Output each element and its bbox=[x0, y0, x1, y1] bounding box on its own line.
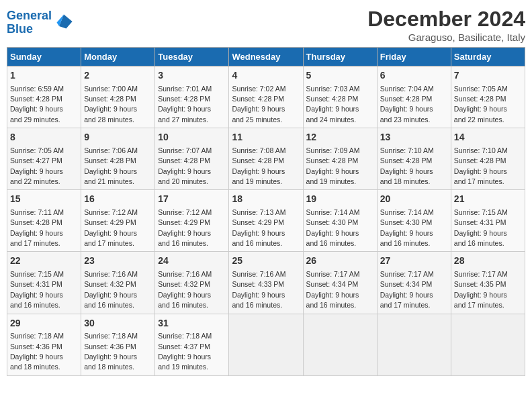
day-number: 3 bbox=[158, 69, 226, 83]
calendar-cell: 8Sunrise: 7:05 AM Sunset: 4:27 PM Daylig… bbox=[7, 128, 81, 190]
day-info: Sunrise: 7:17 AM Sunset: 4:34 PM Dayligh… bbox=[380, 270, 434, 309]
day-info: Sunrise: 7:18 AM Sunset: 4:36 PM Dayligh… bbox=[84, 332, 138, 371]
day-number: 17 bbox=[158, 193, 226, 206]
day-info: Sunrise: 7:14 AM Sunset: 4:30 PM Dayligh… bbox=[380, 208, 434, 247]
calendar-cell: 3Sunrise: 7:01 AM Sunset: 4:28 PM Daylig… bbox=[155, 66, 229, 128]
calendar-cell: 28Sunrise: 7:17 AM Sunset: 4:35 PM Dayli… bbox=[451, 252, 525, 314]
day-number: 25 bbox=[232, 255, 300, 268]
day-number: 20 bbox=[380, 193, 448, 206]
title-area: December 2024 Garaguso, Basilicate, Ital… bbox=[367, 7, 525, 43]
calendar-cell: 23Sunrise: 7:16 AM Sunset: 4:32 PM Dayli… bbox=[81, 252, 155, 314]
day-number: 30 bbox=[84, 317, 152, 330]
day-info: Sunrise: 7:15 AM Sunset: 4:31 PM Dayligh… bbox=[10, 270, 64, 309]
calendar-cell: 15Sunrise: 7:11 AM Sunset: 4:28 PM Dayli… bbox=[7, 190, 81, 252]
week-row-1: 1Sunrise: 6:59 AM Sunset: 4:28 PM Daylig… bbox=[7, 66, 525, 128]
calendar-cell bbox=[303, 314, 377, 375]
day-info: Sunrise: 7:16 AM Sunset: 4:32 PM Dayligh… bbox=[158, 270, 212, 309]
day-info: Sunrise: 6:59 AM Sunset: 4:28 PM Dayligh… bbox=[10, 85, 64, 124]
calendar-cell: 19Sunrise: 7:14 AM Sunset: 4:30 PM Dayli… bbox=[303, 190, 377, 252]
calendar-cell: 24Sunrise: 7:16 AM Sunset: 4:32 PM Dayli… bbox=[155, 252, 229, 314]
day-number: 9 bbox=[84, 131, 152, 144]
day-number: 19 bbox=[306, 193, 374, 206]
calendar-cell: 14Sunrise: 7:10 AM Sunset: 4:28 PM Dayli… bbox=[451, 128, 525, 190]
day-number: 4 bbox=[232, 69, 300, 83]
calendar-cell: 18Sunrise: 7:13 AM Sunset: 4:29 PM Dayli… bbox=[229, 190, 303, 252]
header-day-thursday: Thursday bbox=[303, 48, 377, 66]
day-info: Sunrise: 7:12 AM Sunset: 4:29 PM Dayligh… bbox=[84, 208, 138, 247]
day-number: 6 bbox=[380, 69, 448, 83]
day-number: 14 bbox=[454, 131, 522, 144]
day-number: 31 bbox=[158, 317, 226, 330]
day-info: Sunrise: 7:18 AM Sunset: 4:37 PM Dayligh… bbox=[158, 332, 212, 371]
logo-text: GeneralBlue bbox=[7, 9, 52, 36]
calendar-cell: 20Sunrise: 7:14 AM Sunset: 4:30 PM Dayli… bbox=[377, 190, 451, 252]
calendar-cell: 9Sunrise: 7:06 AM Sunset: 4:28 PM Daylig… bbox=[81, 128, 155, 190]
calendar-cell: 7Sunrise: 7:05 AM Sunset: 4:28 PM Daylig… bbox=[451, 66, 525, 128]
calendar-cell: 30Sunrise: 7:18 AM Sunset: 4:36 PM Dayli… bbox=[81, 314, 155, 375]
week-row-4: 22Sunrise: 7:15 AM Sunset: 4:31 PM Dayli… bbox=[7, 252, 525, 314]
day-info: Sunrise: 7:13 AM Sunset: 4:29 PM Dayligh… bbox=[232, 208, 285, 247]
calendar-cell: 10Sunrise: 7:07 AM Sunset: 4:28 PM Dayli… bbox=[155, 128, 229, 190]
day-info: Sunrise: 7:11 AM Sunset: 4:28 PM Dayligh… bbox=[10, 208, 64, 247]
week-row-2: 8Sunrise: 7:05 AM Sunset: 4:27 PM Daylig… bbox=[7, 128, 525, 190]
day-info: Sunrise: 7:01 AM Sunset: 4:28 PM Dayligh… bbox=[158, 85, 212, 124]
day-number: 24 bbox=[158, 255, 226, 268]
calendar-cell: 16Sunrise: 7:12 AM Sunset: 4:29 PM Dayli… bbox=[81, 190, 155, 252]
day-info: Sunrise: 7:09 AM Sunset: 4:28 PM Dayligh… bbox=[306, 146, 360, 185]
calendar-cell: 5Sunrise: 7:03 AM Sunset: 4:28 PM Daylig… bbox=[303, 66, 377, 128]
day-info: Sunrise: 7:00 AM Sunset: 4:28 PM Dayligh… bbox=[84, 85, 138, 124]
day-number: 8 bbox=[10, 131, 78, 144]
calendar-body: 1Sunrise: 6:59 AM Sunset: 4:28 PM Daylig… bbox=[7, 66, 525, 376]
day-info: Sunrise: 7:05 AM Sunset: 4:27 PM Dayligh… bbox=[10, 146, 64, 185]
calendar-cell: 21Sunrise: 7:15 AM Sunset: 4:31 PM Dayli… bbox=[451, 190, 525, 252]
day-info: Sunrise: 7:02 AM Sunset: 4:28 PM Dayligh… bbox=[232, 85, 285, 124]
calendar-cell: 31Sunrise: 7:18 AM Sunset: 4:37 PM Dayli… bbox=[155, 314, 229, 375]
calendar-cell: 1Sunrise: 6:59 AM Sunset: 4:28 PM Daylig… bbox=[7, 66, 81, 128]
header-row: SundayMondayTuesdayWednesdayThursdayFrid… bbox=[7, 48, 525, 66]
subtitle: Garaguso, Basilicate, Italy bbox=[367, 32, 525, 43]
day-info: Sunrise: 7:12 AM Sunset: 4:29 PM Dayligh… bbox=[158, 208, 212, 247]
day-info: Sunrise: 7:10 AM Sunset: 4:28 PM Dayligh… bbox=[380, 146, 434, 185]
day-number: 13 bbox=[380, 131, 448, 144]
day-number: 27 bbox=[380, 255, 448, 268]
svg-marker-0 bbox=[59, 14, 73, 28]
calendar-cell: 22Sunrise: 7:15 AM Sunset: 4:31 PM Dayli… bbox=[7, 252, 81, 314]
calendar-cell: 27Sunrise: 7:17 AM Sunset: 4:34 PM Dayli… bbox=[377, 252, 451, 314]
week-row-5: 29Sunrise: 7:18 AM Sunset: 4:36 PM Dayli… bbox=[7, 314, 525, 375]
header-day-saturday: Saturday bbox=[451, 48, 525, 66]
day-number: 11 bbox=[232, 131, 300, 144]
calendar-cell: 2Sunrise: 7:00 AM Sunset: 4:28 PM Daylig… bbox=[81, 66, 155, 128]
day-info: Sunrise: 7:17 AM Sunset: 4:34 PM Dayligh… bbox=[306, 270, 360, 309]
calendar-cell: 4Sunrise: 7:02 AM Sunset: 4:28 PM Daylig… bbox=[229, 66, 303, 128]
calendar-cell: 6Sunrise: 7:04 AM Sunset: 4:28 PM Daylig… bbox=[377, 66, 451, 128]
day-number: 16 bbox=[84, 193, 152, 206]
logo: GeneralBlue bbox=[7, 9, 73, 36]
calendar-cell: 13Sunrise: 7:10 AM Sunset: 4:28 PM Dayli… bbox=[377, 128, 451, 190]
header-day-tuesday: Tuesday bbox=[155, 48, 229, 66]
calendar-cell: 17Sunrise: 7:12 AM Sunset: 4:29 PM Dayli… bbox=[155, 190, 229, 252]
day-number: 1 bbox=[10, 69, 78, 83]
day-number: 10 bbox=[158, 131, 226, 144]
day-number: 7 bbox=[454, 69, 522, 83]
day-number: 2 bbox=[84, 69, 152, 83]
day-number: 12 bbox=[306, 131, 374, 144]
header-day-wednesday: Wednesday bbox=[229, 48, 303, 66]
day-info: Sunrise: 7:17 AM Sunset: 4:35 PM Dayligh… bbox=[454, 270, 508, 309]
calendar-cell: 25Sunrise: 7:16 AM Sunset: 4:33 PM Dayli… bbox=[229, 252, 303, 314]
day-info: Sunrise: 7:04 AM Sunset: 4:28 PM Dayligh… bbox=[380, 85, 434, 124]
day-number: 21 bbox=[454, 193, 522, 206]
day-info: Sunrise: 7:15 AM Sunset: 4:31 PM Dayligh… bbox=[454, 208, 508, 247]
calendar-table: SundayMondayTuesdayWednesdayThursdayFrid… bbox=[7, 47, 525, 376]
day-info: Sunrise: 7:03 AM Sunset: 4:28 PM Dayligh… bbox=[306, 85, 360, 124]
day-info: Sunrise: 7:06 AM Sunset: 4:28 PM Dayligh… bbox=[84, 146, 138, 185]
day-number: 23 bbox=[84, 255, 152, 268]
day-number: 15 bbox=[10, 193, 78, 206]
day-number: 18 bbox=[232, 193, 300, 206]
week-row-3: 15Sunrise: 7:11 AM Sunset: 4:28 PM Dayli… bbox=[7, 190, 525, 252]
day-info: Sunrise: 7:10 AM Sunset: 4:28 PM Dayligh… bbox=[454, 146, 508, 185]
header-day-friday: Friday bbox=[377, 48, 451, 66]
day-info: Sunrise: 7:16 AM Sunset: 4:32 PM Dayligh… bbox=[84, 270, 138, 309]
header: GeneralBlue December 2024 Garaguso, Basi… bbox=[7, 7, 525, 43]
calendar-cell: 11Sunrise: 7:08 AM Sunset: 4:28 PM Dayli… bbox=[229, 128, 303, 190]
day-info: Sunrise: 7:07 AM Sunset: 4:28 PM Dayligh… bbox=[158, 146, 212, 185]
